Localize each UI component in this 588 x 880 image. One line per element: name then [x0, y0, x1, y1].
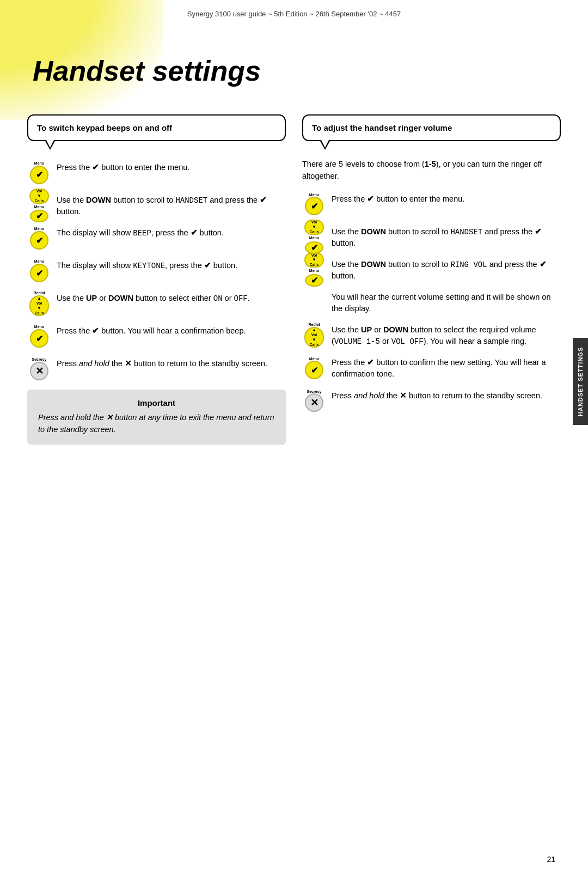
instr-row: Redial ▲ Vol ▼ Calls Use the UP or DOWN … — [302, 321, 561, 347]
instr-row: Vol ▼ Calls Menu ✔ Use the DOWN button t… — [302, 223, 561, 249]
side-tab: HANDSET SETTINGS — [573, 338, 588, 425]
left-bubble-title: To switch keypad beeps on and off — [37, 123, 172, 132]
instr-row: Menu ✔ Press the ✔ button to enter the m… — [302, 190, 561, 216]
instr-text: Press and hold the ✕ button to return to… — [57, 357, 286, 369]
right-instructions: There are 5 levels to choose from (1-5),… — [302, 159, 561, 413]
vol-menu-button-icon: Vol ▼ Calls Menu ✔ — [302, 258, 326, 282]
secrecy-button-icon: Secrecy ✕ — [27, 357, 51, 381]
intro-text: There are 5 levels to choose from (1-5),… — [302, 159, 561, 183]
instr-row: Menu ✔ Press the ✔ button to enter the m… — [27, 159, 286, 185]
menu-button-icon: Menu ✔ — [27, 226, 51, 250]
vol-menu-button-icon: Vol ▼ Calls Menu ✔ — [27, 193, 51, 217]
important-box: Important Press and hold the ✕ button at… — [27, 390, 286, 445]
instr-text: You will hear the current volume setting… — [332, 290, 561, 314]
instr-row: Redial ▲ Vol ▼ Calls Use the UP or DOWN … — [27, 289, 286, 315]
instr-row: You will hear the current volume setting… — [302, 288, 561, 314]
redial-vol-button-icon: Redial ▲ Vol ▼ Calls — [27, 292, 51, 315]
instr-text: Use the DOWN button to scroll to RING VO… — [332, 258, 561, 282]
vol-menu-button-icon: Vol ▼ Calls Menu ✔ — [302, 225, 326, 249]
instr-row: Vol ▼ Calls Menu ✔ Use the DOWN button t… — [27, 191, 286, 217]
instr-row: Secrecy ✕ Press and hold the ✕ button to… — [27, 355, 286, 381]
instr-row: Vol ▼ Calls Menu ✔ Use the DOWN button t… — [302, 256, 561, 282]
menu-button-icon: Menu ✔ — [27, 324, 51, 348]
instr-text: Use the UP or DOWN button to select the … — [332, 323, 561, 347]
important-title: Important — [38, 398, 275, 408]
left-instructions: Menu ✔ Press the ✔ button to enter the m… — [27, 159, 286, 381]
menu-button-icon: Menu ✔ — [27, 259, 51, 283]
instr-text: The display will show KEYTONE, press the… — [57, 259, 286, 271]
left-column: To switch keypad beeps on and off Menu ✔… — [27, 114, 286, 445]
right-bubble-title: To adjust the handset ringer volume — [312, 123, 452, 132]
instr-row: Menu ✔ The display will show KEYTONE, pr… — [27, 257, 286, 283]
instr-text: Press the ✔ button to enter the menu. — [332, 192, 561, 205]
instr-text: The display will show BEEP, press the ✔ … — [57, 226, 286, 239]
instr-row: Secrecy ✕ Press and hold the ✕ button to… — [302, 387, 561, 413]
instr-row: Menu ✔ Press the ✔ button. You will hear… — [27, 322, 286, 348]
left-bubble: To switch keypad beeps on and off — [27, 114, 286, 141]
main-content: To switch keypad beeps on and off Menu ✔… — [27, 114, 561, 445]
menu-button-icon: Menu ✔ — [302, 192, 326, 216]
instr-row: Menu ✔ The display will show BEEP, press… — [27, 224, 286, 250]
secrecy-button-icon: Secrecy ✕ — [302, 389, 326, 413]
side-tab-label: HANDSET SETTINGS — [577, 347, 584, 416]
redial-vol-button-icon: Redial ▲ Vol ▼ Calls — [302, 323, 326, 347]
instr-text: Press the ✔ button to enter the menu. — [57, 161, 286, 173]
instr-row: Menu ✔ Press the ✔ button to confirm the… — [302, 354, 561, 380]
instr-text: Use the DOWN button to scroll to HANDSET… — [57, 193, 286, 217]
right-column: To adjust the handset ringer volume Ther… — [302, 114, 561, 445]
two-column-layout: To switch keypad beeps on and off Menu ✔… — [27, 114, 561, 445]
instr-text: Press the ✔ button to confirm the new se… — [332, 356, 561, 380]
right-bubble: To adjust the handset ringer volume — [302, 114, 561, 141]
instr-text: Press the ✔ button. You will hear a conf… — [57, 324, 286, 337]
menu-button-icon: Menu ✔ — [27, 161, 51, 185]
instr-text: Use the UP or DOWN button to select eith… — [57, 292, 286, 304]
instr-text: Press and hold the ✕ button to return to… — [332, 389, 561, 402]
instr-text: Use the DOWN button to scroll to HANDSET… — [332, 225, 561, 249]
header-text: Synergy 3100 user guide ~ 5th Edition ~ … — [187, 10, 401, 18]
page-header: Synergy 3100 user guide ~ 5th Edition ~ … — [0, 10, 588, 18]
menu-button-icon: Menu ✔ — [302, 356, 326, 380]
spacer-icon — [302, 290, 326, 314]
page-number: 21 — [547, 855, 555, 864]
important-text: Press and hold the ✕ button at any time … — [38, 412, 275, 436]
page-title: Handset settings — [33, 54, 261, 87]
